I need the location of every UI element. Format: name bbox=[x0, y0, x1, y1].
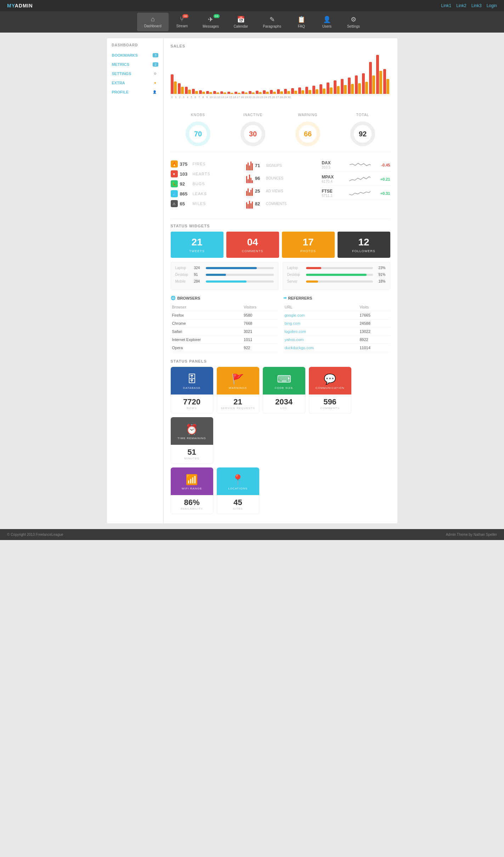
sales-chart: SALES 0123456789101112131415161718192021… bbox=[171, 44, 390, 99]
bookmarks-link[interactable]: BOOKMARKS bbox=[112, 53, 138, 57]
mini-bounces: 96 BOUNCES bbox=[246, 173, 315, 183]
referrer-url-cell: logobro.com bbox=[283, 328, 358, 336]
browser-visitors: 1011 bbox=[242, 336, 277, 344]
panel-num-1: 21 bbox=[233, 397, 242, 407]
server-fill-r bbox=[306, 280, 318, 283]
sidebar-item-settings[interactable]: SETTINGS ⚙ bbox=[107, 69, 163, 78]
followers-label: FOLLOWERS bbox=[352, 249, 375, 253]
sidebar-item-extra[interactable]: EXTRA ★ bbox=[107, 78, 163, 87]
nav-item-messages[interactable]: ✈ 04 Messages bbox=[196, 13, 226, 31]
desktop-fill-l bbox=[206, 274, 226, 276]
nav-item-calendar[interactable]: 📅 Calendar bbox=[227, 13, 255, 31]
bar-orange-28 bbox=[372, 75, 375, 94]
mobile-track-l bbox=[206, 280, 274, 283]
settings-link[interactable]: SETTINGS bbox=[112, 72, 131, 76]
panel-bottom2-0: 86% AVAILABILITY bbox=[171, 495, 213, 514]
referrer-url[interactable]: bing.com bbox=[285, 321, 301, 325]
ftse-name: FTSE bbox=[322, 189, 339, 194]
chart-label-5: 5 bbox=[190, 96, 193, 99]
referrer-url[interactable]: google.com bbox=[285, 313, 305, 317]
panel-top2-0: 📶 WIFI RANGE bbox=[171, 467, 213, 495]
referrer-visits: 8922 bbox=[358, 336, 390, 344]
panel-top-2: ⌨ CODE SIZE bbox=[263, 367, 305, 395]
chart-label-10: 10 bbox=[210, 96, 213, 99]
bar-group-9 bbox=[234, 92, 240, 94]
bar-orange-22 bbox=[330, 87, 333, 94]
panel-bottom-4: 51 MINUTES bbox=[171, 445, 213, 464]
nav-label-messages: Messages bbox=[203, 24, 219, 28]
chart-label-15: 15 bbox=[229, 96, 232, 99]
gauge-warning: WARNING 66 bbox=[294, 113, 322, 148]
bar-orange-3 bbox=[195, 91, 198, 94]
browsers-col-browser: Browser bbox=[171, 303, 243, 311]
sidebar-item-bookmarks[interactable]: BOOKMARKS 3 bbox=[107, 51, 163, 60]
bar-group-15 bbox=[277, 89, 283, 94]
bar-red-13 bbox=[263, 90, 266, 94]
panel-sub-2: LOC bbox=[281, 407, 287, 410]
hearts-num: 103 bbox=[180, 171, 191, 177]
bar-group-19 bbox=[305, 87, 311, 94]
panel-card-3: 💬 COMMUNICATION 596 COMMENTS bbox=[309, 367, 351, 414]
faq-icon: 📋 bbox=[298, 16, 305, 23]
bar-orange-17 bbox=[294, 91, 297, 94]
panel-num2-0: 86% bbox=[184, 498, 199, 507]
nav-item-faq[interactable]: 📋 FAQ bbox=[289, 13, 314, 31]
nav-item-dashboard[interactable]: ⌂ Dashboard bbox=[137, 13, 169, 31]
table-row: logobro.com13022 bbox=[283, 328, 390, 336]
gauge-inactive-label: INACTIVE bbox=[243, 113, 262, 117]
progress-right: Laptop 23% Desktop 91% bbox=[283, 262, 390, 290]
gauges-row: KNOBS 70 INACTIVE bbox=[171, 106, 390, 152]
top-link-login[interactable]: Login bbox=[487, 3, 497, 8]
panel-bottom-2: 2034 LOC bbox=[263, 395, 305, 414]
bugs-icon: 🐛 bbox=[171, 180, 178, 187]
sidebar-item-profile[interactable]: PROFILE 👤 bbox=[107, 87, 163, 97]
bar-group-2 bbox=[185, 87, 191, 94]
footer-right: Admin Theme by Nathan Speller bbox=[446, 533, 497, 537]
nav-item-settings[interactable]: ⚙ Settings bbox=[340, 13, 367, 31]
referrer-url-cell: duckduckgo.com bbox=[283, 344, 358, 352]
panel-card2-1: 📍 LOCATIONS 45 SITES bbox=[217, 467, 259, 514]
stats-row: 🔥 375 FIRES ♥ 103 HEARTS 🐛 92 BUGS bbox=[171, 157, 390, 219]
top-bar: MYADMIN Link1 Link2 Link3 Login bbox=[0, 0, 504, 11]
stats-mini-col: 71 SIGNUPS 96 BOUNCES bbox=[246, 160, 315, 211]
progress-mobile: Mobile 284 bbox=[175, 279, 274, 283]
top-link-3[interactable]: Link3 bbox=[471, 3, 482, 8]
panel-sub2-0: AVAILABILITY bbox=[181, 507, 203, 510]
bar-group-21 bbox=[319, 84, 325, 94]
chart-label-23: 23 bbox=[260, 96, 263, 99]
bar-group-16 bbox=[284, 89, 290, 94]
panel-bottom-3: 596 COMMENTS bbox=[309, 395, 351, 414]
metrics-link[interactable]: METRICS bbox=[112, 62, 130, 67]
referrer-url[interactable]: yahoo.com bbox=[285, 337, 304, 342]
panel-top2-1: 📍 LOCATIONS bbox=[217, 467, 259, 495]
panel-sub-3: COMMENTS bbox=[320, 407, 340, 410]
sidebar-item-metrics[interactable]: METRICS 2 bbox=[107, 60, 163, 69]
table-row: bing.com24588 bbox=[283, 319, 390, 328]
bar-orange-10 bbox=[245, 92, 248, 94]
laptop-pct-r: 23% bbox=[376, 266, 386, 270]
nav-item-stream[interactable]: ⑂ 08 Stream bbox=[169, 13, 195, 31]
bar-red-4 bbox=[199, 90, 202, 94]
nav-item-paragraphs[interactable]: ✎ Paragraphs bbox=[256, 13, 288, 31]
top-link-2[interactable]: Link2 bbox=[456, 3, 466, 8]
profile-link[interactable]: PROFILE bbox=[112, 90, 129, 94]
referrer-url[interactable]: duckduckgo.com bbox=[285, 346, 314, 350]
stock-ftse: FTSE 5711.1 +0.31 bbox=[322, 189, 390, 200]
stat-fires: 🔥 375 FIRES bbox=[171, 160, 239, 168]
bar-group-20 bbox=[312, 86, 318, 94]
main-content: SALES 0123456789101112131415161718192021… bbox=[164, 38, 397, 523]
chart-label-29: 29 bbox=[284, 96, 287, 99]
status-widgets-title: STATUS WIDGETS bbox=[171, 224, 390, 228]
chart-label-7: 7 bbox=[198, 96, 201, 99]
top-link-1[interactable]: Link1 bbox=[441, 3, 452, 8]
browser-name: Opera bbox=[171, 344, 243, 352]
stat-hearts: ♥ 103 HEARTS bbox=[171, 170, 239, 177]
footer: © Copyright 2013 FreelanceLeague Admin T… bbox=[0, 529, 504, 540]
referrer-url[interactable]: logobro.com bbox=[285, 329, 306, 334]
hearts-label: HEARTS bbox=[193, 172, 210, 176]
panel-icon2-0: 📶 bbox=[186, 474, 198, 486]
extra-link[interactable]: EXTRA bbox=[112, 81, 125, 85]
laptop-label-r: Laptop bbox=[287, 266, 303, 270]
gauge-total-value: 92 bbox=[359, 130, 367, 138]
nav-item-users[interactable]: 👤 Users bbox=[315, 13, 339, 31]
